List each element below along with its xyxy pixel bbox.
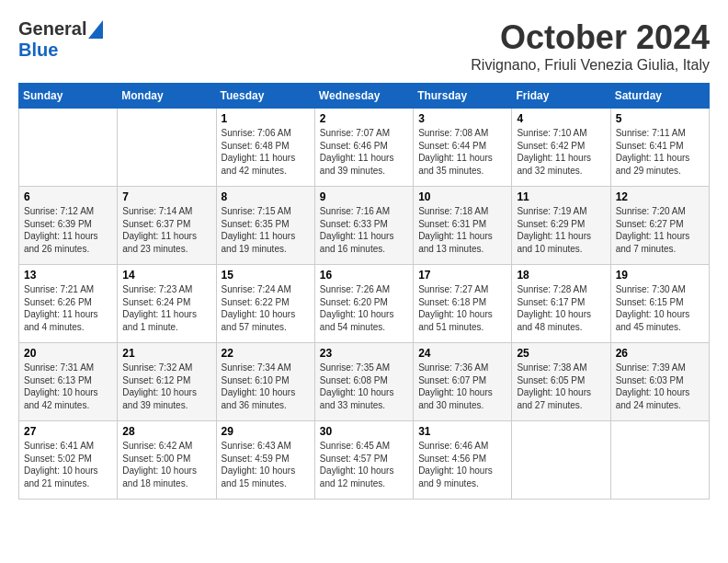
day-info: Sunrise: 7:12 AM Sunset: 6:39 PM Dayligh… bbox=[24, 205, 112, 255]
day-info: Sunrise: 7:20 AM Sunset: 6:27 PM Dayligh… bbox=[616, 205, 704, 255]
day-info: Sunrise: 7:10 AM Sunset: 6:42 PM Dayligh… bbox=[517, 127, 605, 177]
calendar-cell: 27Sunrise: 6:41 AM Sunset: 5:02 PM Dayli… bbox=[19, 421, 118, 500]
day-number: 12 bbox=[616, 190, 704, 203]
day-number: 31 bbox=[418, 425, 506, 438]
calendar-cell: 6Sunrise: 7:12 AM Sunset: 6:39 PM Daylig… bbox=[19, 187, 118, 265]
calendar-cell: 17Sunrise: 7:27 AM Sunset: 6:18 PM Dayli… bbox=[414, 265, 512, 343]
calendar-cell: 1Sunrise: 7:06 AM Sunset: 6:48 PM Daylig… bbox=[216, 109, 314, 187]
day-info: Sunrise: 7:30 AM Sunset: 6:15 PM Dayligh… bbox=[616, 283, 704, 333]
calendar-cell: 18Sunrise: 7:28 AM Sunset: 6:17 PM Dayli… bbox=[512, 265, 610, 343]
day-info: Sunrise: 6:46 AM Sunset: 4:56 PM Dayligh… bbox=[418, 440, 506, 489]
day-info: Sunrise: 7:27 AM Sunset: 6:18 PM Dayligh… bbox=[418, 283, 506, 333]
day-number: 16 bbox=[320, 269, 408, 282]
calendar-cell: 14Sunrise: 7:23 AM Sunset: 6:24 PM Dayli… bbox=[118, 265, 216, 343]
day-number: 4 bbox=[517, 112, 605, 125]
day-number: 26 bbox=[616, 347, 704, 360]
calendar-cell: 11Sunrise: 7:19 AM Sunset: 6:29 PM Dayli… bbox=[512, 187, 610, 265]
day-info: Sunrise: 7:35 AM Sunset: 6:08 PM Dayligh… bbox=[320, 362, 408, 411]
calendar-header-monday: Monday bbox=[118, 84, 216, 109]
month-title: October 2024 bbox=[471, 18, 710, 57]
calendar-cell: 4Sunrise: 7:10 AM Sunset: 6:42 PM Daylig… bbox=[512, 109, 610, 187]
day-info: Sunrise: 7:11 AM Sunset: 6:41 PM Dayligh… bbox=[616, 127, 704, 177]
day-info: Sunrise: 7:21 AM Sunset: 6:26 PM Dayligh… bbox=[24, 283, 112, 333]
calendar-cell: 19Sunrise: 7:30 AM Sunset: 6:15 PM Dayli… bbox=[610, 265, 709, 343]
calendar-cell: 25Sunrise: 7:38 AM Sunset: 6:05 PM Dayli… bbox=[512, 343, 610, 421]
calendar-week-row: 27Sunrise: 6:41 AM Sunset: 5:02 PM Dayli… bbox=[19, 421, 710, 500]
day-info: Sunrise: 6:41 AM Sunset: 5:02 PM Dayligh… bbox=[24, 440, 112, 489]
day-number: 11 bbox=[517, 190, 605, 203]
day-number: 5 bbox=[616, 112, 704, 125]
calendar-header-tuesday: Tuesday bbox=[216, 84, 314, 109]
day-info: Sunrise: 7:07 AM Sunset: 6:46 PM Dayligh… bbox=[320, 127, 408, 177]
day-info: Sunrise: 7:15 AM Sunset: 6:35 PM Dayligh… bbox=[222, 205, 310, 255]
day-info: Sunrise: 7:38 AM Sunset: 6:05 PM Dayligh… bbox=[517, 362, 605, 411]
logo: General Blue bbox=[18, 18, 103, 61]
calendar-cell: 12Sunrise: 7:20 AM Sunset: 6:27 PM Dayli… bbox=[610, 187, 709, 265]
calendar-cell: 16Sunrise: 7:26 AM Sunset: 6:20 PM Dayli… bbox=[314, 265, 413, 343]
calendar-week-row: 13Sunrise: 7:21 AM Sunset: 6:26 PM Dayli… bbox=[19, 265, 710, 343]
day-info: Sunrise: 7:06 AM Sunset: 6:48 PM Dayligh… bbox=[222, 127, 310, 177]
calendar-cell: 13Sunrise: 7:21 AM Sunset: 6:26 PM Dayli… bbox=[19, 265, 118, 343]
day-number: 20 bbox=[24, 347, 112, 360]
calendar-week-row: 20Sunrise: 7:31 AM Sunset: 6:13 PM Dayli… bbox=[19, 343, 710, 421]
day-number: 2 bbox=[320, 112, 408, 125]
day-info: Sunrise: 7:14 AM Sunset: 6:37 PM Dayligh… bbox=[122, 205, 210, 255]
calendar-table: SundayMondayTuesdayWednesdayThursdayFrid… bbox=[18, 83, 710, 500]
calendar-cell: 31Sunrise: 6:46 AM Sunset: 4:56 PM Dayli… bbox=[414, 421, 512, 500]
calendar-cell: 22Sunrise: 7:34 AM Sunset: 6:10 PM Dayli… bbox=[216, 343, 314, 421]
calendar-cell: 8Sunrise: 7:15 AM Sunset: 6:35 PM Daylig… bbox=[216, 187, 314, 265]
calendar-cell: 28Sunrise: 6:42 AM Sunset: 5:00 PM Dayli… bbox=[118, 421, 216, 500]
day-info: Sunrise: 7:34 AM Sunset: 6:10 PM Dayligh… bbox=[222, 362, 310, 411]
calendar-header-thursday: Thursday bbox=[414, 84, 512, 109]
calendar-header-wednesday: Wednesday bbox=[314, 84, 413, 109]
day-number: 8 bbox=[222, 190, 310, 203]
calendar-cell: 30Sunrise: 6:45 AM Sunset: 4:57 PM Dayli… bbox=[314, 421, 413, 500]
calendar-cell: 2Sunrise: 7:07 AM Sunset: 6:46 PM Daylig… bbox=[314, 109, 413, 187]
day-info: Sunrise: 7:24 AM Sunset: 6:22 PM Dayligh… bbox=[222, 283, 310, 333]
day-number: 3 bbox=[418, 112, 506, 125]
day-info: Sunrise: 6:43 AM Sunset: 4:59 PM Dayligh… bbox=[222, 440, 310, 489]
day-info: Sunrise: 7:08 AM Sunset: 6:44 PM Dayligh… bbox=[418, 127, 506, 177]
calendar-cell: 10Sunrise: 7:18 AM Sunset: 6:31 PM Dayli… bbox=[414, 187, 512, 265]
logo-arrow-icon bbox=[88, 20, 103, 39]
day-info: Sunrise: 7:19 AM Sunset: 6:29 PM Dayligh… bbox=[517, 205, 605, 255]
day-info: Sunrise: 7:32 AM Sunset: 6:12 PM Dayligh… bbox=[122, 362, 210, 411]
day-info: Sunrise: 7:28 AM Sunset: 6:17 PM Dayligh… bbox=[517, 283, 605, 333]
day-number: 18 bbox=[517, 269, 605, 282]
day-info: Sunrise: 7:36 AM Sunset: 6:07 PM Dayligh… bbox=[418, 362, 506, 411]
day-number: 7 bbox=[122, 190, 210, 203]
logo-blue-text: Blue bbox=[18, 40, 103, 61]
calendar-week-row: 1Sunrise: 7:06 AM Sunset: 6:48 PM Daylig… bbox=[19, 109, 710, 187]
day-number: 17 bbox=[418, 269, 506, 282]
day-number: 30 bbox=[320, 425, 408, 438]
calendar-header-sunday: Sunday bbox=[19, 84, 118, 109]
calendar-header-friday: Friday bbox=[512, 84, 610, 109]
day-number: 13 bbox=[24, 269, 112, 282]
calendar-cell: 9Sunrise: 7:16 AM Sunset: 6:33 PM Daylig… bbox=[314, 187, 413, 265]
calendar-cell: 7Sunrise: 7:14 AM Sunset: 6:37 PM Daylig… bbox=[118, 187, 216, 265]
day-number: 28 bbox=[122, 425, 210, 438]
page-header: General Blue October 2024 Rivignano, Fri… bbox=[18, 18, 710, 74]
day-info: Sunrise: 7:18 AM Sunset: 6:31 PM Dayligh… bbox=[418, 205, 506, 255]
day-number: 29 bbox=[222, 425, 310, 438]
day-number: 25 bbox=[517, 347, 605, 360]
day-number: 23 bbox=[320, 347, 408, 360]
day-info: Sunrise: 6:42 AM Sunset: 5:00 PM Dayligh… bbox=[122, 440, 210, 489]
calendar-cell: 26Sunrise: 7:39 AM Sunset: 6:03 PM Dayli… bbox=[610, 343, 709, 421]
day-number: 21 bbox=[122, 347, 210, 360]
svg-marker-0 bbox=[88, 20, 103, 39]
calendar-cell: 5Sunrise: 7:11 AM Sunset: 6:41 PM Daylig… bbox=[610, 109, 709, 187]
day-number: 14 bbox=[122, 269, 210, 282]
calendar-cell: 3Sunrise: 7:08 AM Sunset: 6:44 PM Daylig… bbox=[414, 109, 512, 187]
location-title: Rivignano, Friuli Venezia Giulia, Italy bbox=[471, 57, 710, 74]
day-number: 27 bbox=[24, 425, 112, 438]
calendar-cell: 15Sunrise: 7:24 AM Sunset: 6:22 PM Dayli… bbox=[216, 265, 314, 343]
calendar-cell: 24Sunrise: 7:36 AM Sunset: 6:07 PM Dayli… bbox=[414, 343, 512, 421]
day-number: 10 bbox=[418, 190, 506, 203]
calendar-header-saturday: Saturday bbox=[610, 84, 709, 109]
day-number: 24 bbox=[418, 347, 506, 360]
day-info: Sunrise: 7:31 AM Sunset: 6:13 PM Dayligh… bbox=[24, 362, 112, 411]
logo-general-text: General bbox=[18, 18, 86, 40]
day-number: 1 bbox=[222, 112, 310, 125]
day-number: 22 bbox=[222, 347, 310, 360]
